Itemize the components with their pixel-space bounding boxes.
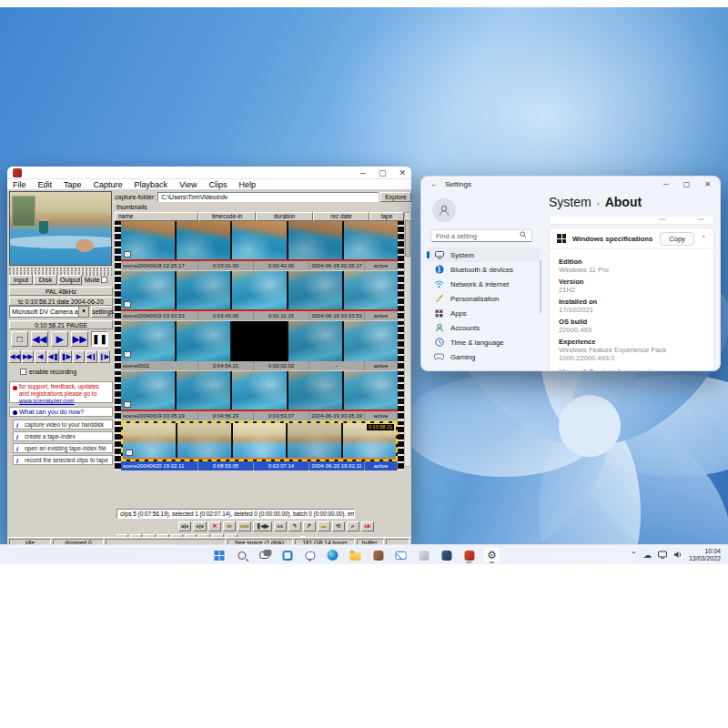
pause-button[interactable]: ❚❚	[91, 331, 108, 347]
action-open-tape-index[interactable]: i open an existing tape-index file	[13, 443, 113, 453]
tab-output[interactable]: Output	[58, 275, 82, 285]
sidebar-item-time-language[interactable]: Time & language	[427, 335, 540, 349]
stop-button[interactable]: □	[11, 331, 28, 347]
scenalyzer-taskbar-button[interactable]	[460, 547, 477, 563]
mute-checkbox[interactable]	[101, 277, 107, 283]
copy-button[interactable]: Copy	[660, 232, 694, 246]
pinned-app-button-3[interactable]	[438, 547, 454, 563]
sidebar-item-network[interactable]: Network & internet	[427, 277, 540, 291]
chevron-down-icon[interactable]: ▼	[78, 307, 88, 317]
column-duration[interactable]: duration	[256, 212, 313, 221]
next-scene-button[interactable]: ▶▶	[22, 350, 34, 363]
sidebar-item-system[interactable]: System	[427, 248, 540, 262]
search-input[interactable]: Find a setting	[430, 229, 532, 242]
play-button[interactable]: ▶	[51, 331, 68, 347]
menu-edit[interactable]: Edit	[38, 180, 53, 189]
clip-thumbnail[interactable]	[233, 423, 286, 460]
step-forward-button[interactable]: ❙▶	[98, 350, 110, 363]
back-button[interactable]: ←	[430, 180, 438, 188]
device-select[interactable]: Microsoft DV Camera and VCR ▼	[9, 306, 89, 318]
fast-forward-button[interactable]: ▶▶	[71, 331, 88, 347]
sidebar-scrollbar[interactable]	[540, 260, 541, 313]
mail-button[interactable]	[392, 547, 409, 563]
menu-capture[interactable]: Capture	[94, 180, 123, 189]
clip-thumbnail[interactable]	[344, 321, 398, 361]
taskbar-search-button[interactable]	[233, 547, 249, 563]
clip-thumbnail[interactable]	[177, 271, 230, 311]
clip-thumbnail[interactable]	[121, 371, 175, 411]
action-capture-video[interactable]: i capture video to your harddisk	[13, 420, 113, 430]
undo-button[interactable]: ⟲	[332, 521, 345, 531]
volume-icon[interactable]	[673, 551, 682, 561]
settings-taskbar-button[interactable]: ⚙	[483, 547, 500, 563]
menu-view[interactable]: View	[179, 180, 197, 189]
minimize-button[interactable]: ─	[663, 180, 669, 188]
clip-thumbnail[interactable]	[344, 271, 398, 311]
slow-forward-button[interactable]: ▶	[73, 350, 85, 363]
tray-chevron-icon[interactable]: ⌃	[630, 551, 637, 560]
menu-file[interactable]: File	[13, 180, 26, 189]
maximize-button[interactable]: ▢	[683, 180, 691, 188]
menu-clips[interactable]: Clips	[208, 180, 227, 189]
clip-thumbnail[interactable]	[121, 221, 175, 261]
breadcrumb-system[interactable]: System	[549, 195, 592, 209]
step-back-button[interactable]: ◀❙	[86, 350, 97, 363]
delete-button[interactable]: ✕	[208, 521, 221, 531]
optimize-button[interactable]: o|e	[193, 521, 207, 531]
mark-out-button[interactable]: out	[238, 521, 251, 531]
clip-row[interactable]: scene20040619 03.03.53 0:03:43.06 0:01:1…	[115, 271, 404, 320]
scenalyzer-titlebar[interactable]: ─ ▢ ✕	[7, 167, 411, 179]
column-rec-date[interactable]: rec date	[313, 212, 369, 221]
rewind-button[interactable]: ◀◀	[31, 331, 48, 347]
sidebar-item-gaming[interactable]: Gaming	[427, 349, 540, 364]
clip-thumbnail[interactable]	[232, 371, 286, 411]
clip-thumbnail[interactable]	[123, 423, 176, 460]
sidebar-item-personalisation[interactable]: Personalisation	[427, 291, 540, 306]
split-audio-button[interactable]: a|e	[178, 521, 191, 531]
menu-tape[interactable]: Tape	[64, 180, 82, 189]
capture-folder-field[interactable]: C:\Users\Tim\Videos\dv	[157, 192, 379, 202]
clip-thumbnail[interactable]	[232, 271, 286, 311]
clip-thumbnail[interactable]	[177, 371, 230, 411]
minimize-button[interactable]: ─	[360, 168, 366, 177]
clip-row[interactable]: scene20040618 02.05.17 0:03:01.00 0:00:4…	[115, 221, 404, 270]
clip-thumbnail[interactable]	[288, 423, 340, 460]
pinned-app-button-1[interactable]	[369, 547, 386, 563]
sidebar-item-bluetooth[interactable]: Bluetooth & devices	[427, 262, 540, 277]
highlight-button[interactable]: ▬	[318, 521, 330, 531]
column-tape[interactable]: tape	[369, 212, 404, 221]
action-record-clips[interactable]: i record the selected clips to tape	[13, 455, 113, 465]
frame-back-button[interactable]: ◀❚	[47, 350, 59, 363]
rotate-left-button[interactable]: ↰	[288, 521, 301, 531]
services-agreement-link[interactable]: Microsoft Services Agreement	[559, 368, 704, 371]
maximize-button[interactable]: ▢	[379, 168, 387, 177]
close-button[interactable]: ✕	[399, 168, 406, 177]
file-explorer-button[interactable]	[347, 547, 363, 563]
clip-list-scrollbar[interactable]	[404, 212, 411, 467]
clip-row[interactable]: scene0001 0:04:54.21 0:00:02.02 - active	[115, 321, 404, 370]
rotate-right-button[interactable]: ↱	[303, 521, 316, 531]
clip-thumbnail[interactable]	[121, 321, 175, 361]
clip-row[interactable]: scene20040619 03.05.19 0:04:56.23 0:03:5…	[115, 371, 404, 420]
clock[interactable]: 10:04 13/03/2022	[689, 548, 721, 562]
menu-help[interactable]: Help	[239, 180, 257, 189]
ok-button[interactable]: ok	[361, 521, 374, 531]
edge-button[interactable]	[324, 547, 340, 563]
sidebar-item-accounts[interactable]: Accounts	[427, 320, 540, 335]
clip-thumbnail[interactable]	[288, 271, 342, 311]
clip-thumbnail[interactable]	[177, 423, 230, 460]
scenalyzer-website-link[interactable]: www.scenalyzer.com	[19, 398, 74, 404]
user-avatar[interactable]	[432, 198, 456, 222]
clip-thumbnail-black[interactable]	[232, 321, 286, 361]
clip-thumbnail[interactable]	[344, 221, 398, 261]
device-settings-button[interactable]: settings	[91, 306, 113, 318]
network-icon[interactable]	[658, 551, 667, 561]
menu-playback[interactable]: Playback	[135, 180, 168, 189]
widgets-button[interactable]	[278, 547, 295, 563]
pinned-app-button-2[interactable]	[415, 547, 431, 563]
close-button[interactable]: ✕	[704, 180, 711, 188]
clip-thumbnail[interactable]	[288, 371, 342, 411]
mark-in-button[interactable]: in	[223, 521, 236, 531]
clip-thumbnail[interactable]	[288, 321, 342, 361]
clip-thumbnail[interactable]	[177, 221, 230, 261]
